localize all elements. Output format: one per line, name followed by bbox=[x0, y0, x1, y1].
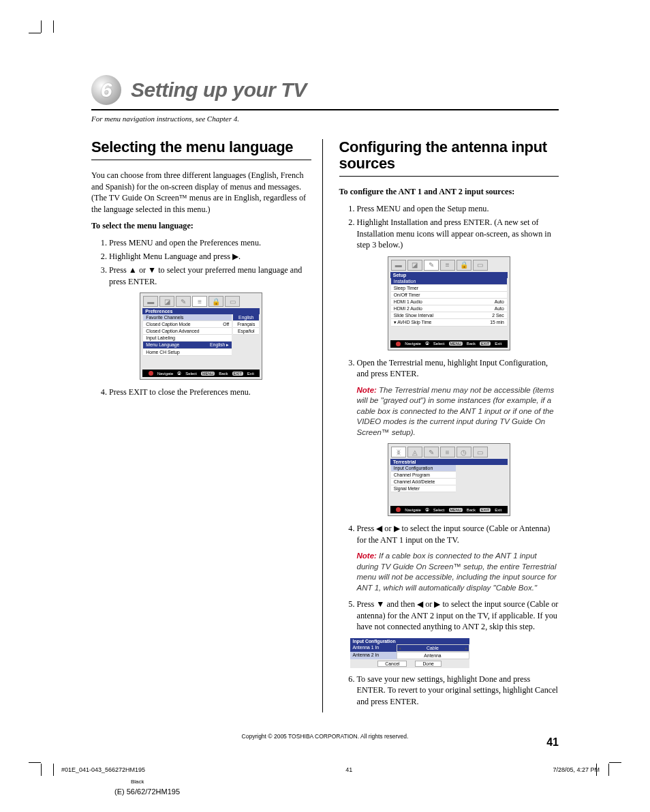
option-selected: English bbox=[233, 314, 259, 321]
steps-list-cont: To save your new settings, highlight Don… bbox=[339, 674, 559, 707]
tab-icon: ✎ bbox=[424, 447, 439, 457]
antenna-icon: ᛤ bbox=[391, 447, 406, 457]
menu-footer: Navigate ⦿Select MENUBack EXITExit bbox=[390, 340, 508, 348]
intro-paragraph: You can choose from three different lang… bbox=[91, 170, 311, 215]
footer-model: (E) 56/62/72HM195 bbox=[114, 787, 180, 796]
nav-dot-icon bbox=[396, 342, 401, 346]
menu-row: Home CH Setup bbox=[143, 349, 232, 356]
right-arrow-icon: ▶ bbox=[394, 523, 400, 534]
step-1: Press MENU and open the Setup menu. bbox=[357, 203, 559, 214]
footer-page: 41 bbox=[345, 766, 352, 773]
steps-list-cont: Press ▼ and then ◀ or ▶ to select the in… bbox=[339, 599, 559, 632]
footer-file: #01E_041-043_566272HM195 bbox=[61, 766, 145, 773]
steps-list: Press MENU and open the Preferences menu… bbox=[91, 237, 311, 288]
tab-icon: ▭ bbox=[473, 447, 488, 457]
down-arrow-icon: ▼ bbox=[148, 265, 156, 275]
menu-row: Closed Caption Advanced bbox=[143, 328, 232, 335]
tab-icon: ▬ bbox=[391, 260, 406, 271]
steps-list-cont: Press EXIT to close the Preferences menu… bbox=[91, 387, 311, 397]
right-arrow-icon: ▶ bbox=[434, 599, 440, 610]
footer-date: 7/28/05, 4:27 PM bbox=[553, 766, 600, 773]
menu-row: On/Off Timer bbox=[391, 292, 507, 299]
menu-row: Closed Caption ModeOff bbox=[143, 321, 232, 328]
chapter-number-badge: 6 bbox=[91, 75, 121, 105]
right-arrow-icon: ▶ bbox=[232, 251, 238, 262]
nav-dot-icon bbox=[149, 371, 153, 376]
terrestrial-menu-screenshot: ᛤ ◬ ✎ ≡ ◷ ▭ Terrestrial Input Configurat… bbox=[339, 443, 559, 516]
step-2: Highlight Installation and press ENTER. … bbox=[357, 217, 559, 250]
option: Español bbox=[233, 328, 259, 335]
cancel-button: Cancel bbox=[377, 661, 407, 667]
steps-list-cont: Press ◀ or ▶ to select the input source … bbox=[339, 523, 559, 545]
section-heading-antenna: Configuring the antenna input sources bbox=[339, 139, 559, 172]
tab-icon: ✎ bbox=[424, 260, 439, 271]
step-5: Press ▼ and then ◀ or ▶ to select the in… bbox=[357, 599, 559, 632]
left-arrow-icon: ◀ bbox=[376, 523, 382, 534]
menu-row: Sleep Timer bbox=[391, 285, 507, 292]
menu-title: Preferences bbox=[142, 308, 260, 314]
ic-title: Input Configuration bbox=[350, 638, 469, 644]
note-2: Note: If a cable box is connected to the… bbox=[357, 551, 559, 593]
menu-row: HDMI 2 AudioAuto bbox=[391, 305, 507, 312]
tab-icon: ≡ bbox=[192, 296, 207, 307]
tab-icon: ≡ bbox=[440, 447, 455, 457]
menu-row: ▾ AVHD Skip Time15 min bbox=[391, 319, 507, 327]
step-6: To save your new settings, highlight Don… bbox=[357, 674, 559, 707]
option: Français bbox=[233, 321, 259, 328]
menu-footer: Navigate ⦿Select MENUBack EXITExit bbox=[142, 370, 260, 377]
menu-row: Input Labeling bbox=[143, 335, 232, 342]
footer-meta: #01E_041-043_566272HM195 41 7/28/05, 4:2… bbox=[61, 766, 600, 773]
tab-icon: ◪ bbox=[159, 296, 174, 307]
tab-icon: ◪ bbox=[407, 260, 422, 271]
up-arrow-icon: ▲ bbox=[129, 265, 137, 275]
note-1: Note: The Terrestrial menu may not be ac… bbox=[357, 385, 559, 438]
menu-row: Signal Meter bbox=[391, 485, 456, 492]
lock-icon: 🔒 bbox=[208, 296, 223, 307]
tab-icon: ≡ bbox=[440, 260, 455, 271]
tab-icon: ▭ bbox=[473, 260, 488, 271]
tab-icon: ◷ bbox=[456, 447, 471, 457]
menu-row-selected: Installation bbox=[391, 278, 507, 285]
menu-row-selected: Menu LanguageEnglish ▸ bbox=[143, 342, 232, 349]
step-4: Press EXIT to close the Preferences menu… bbox=[109, 387, 311, 397]
menu-row: Slide Show Interval2 Sec bbox=[391, 312, 507, 319]
ic-row: Antenna 1 In ◂Cable▸ bbox=[350, 644, 469, 652]
step-1: Press MENU and open the Preferences menu… bbox=[109, 237, 311, 248]
down-arrow-icon: ▼ bbox=[376, 599, 384, 610]
menu-row: Channel Add/Delete bbox=[391, 479, 456, 485]
done-button: Done bbox=[415, 661, 441, 667]
menu-row: Input Configuration bbox=[391, 465, 456, 472]
steps-list-cont: Open the Terrestrial menu, highlight Inp… bbox=[339, 357, 559, 380]
menu-row: Favorite Channels bbox=[143, 314, 232, 321]
menu-title: Setup bbox=[390, 272, 508, 278]
left-column: Selecting the menu language You can choo… bbox=[91, 139, 311, 712]
preferences-menu-screenshot: ▬ ◪ ✎ ≡ 🔒 ▭ Preferences Favorite Channel… bbox=[91, 292, 311, 380]
step-3: Open the Terrestrial menu, highlight Inp… bbox=[357, 357, 559, 380]
setup-menu-screenshot: ▬ ◪ ✎ ≡ 🔒 ▭ Setup Installation Sleep Tim… bbox=[339, 256, 559, 350]
steps-list: Press MENU and open the Setup menu. High… bbox=[339, 203, 559, 251]
tab-icon: ▬ bbox=[143, 296, 158, 307]
left-arrow-icon: ◀ bbox=[417, 599, 423, 610]
menu-title: Terrestrial bbox=[390, 459, 508, 465]
tab-icon: ◬ bbox=[407, 447, 422, 457]
nav-dot-icon bbox=[396, 507, 401, 512]
chapter-header: 6 Setting up your TV bbox=[91, 75, 559, 110]
nav-note: For menu navigation instructions, see Ch… bbox=[91, 115, 559, 123]
menu-row: Channel Program bbox=[391, 472, 456, 479]
tab-icon: ▭ bbox=[225, 296, 240, 307]
menu-row: HDMI 1 AudioAuto bbox=[391, 299, 507, 305]
step-2: Highlight Menu Language and press ▶. bbox=[109, 251, 311, 262]
rule bbox=[91, 160, 311, 160]
rule bbox=[339, 176, 559, 177]
copyright: Copyright © 2005 TOSHIBA CORPORATION. Al… bbox=[91, 733, 559, 740]
chapter-title: Setting up your TV bbox=[131, 78, 307, 102]
step-3: Press ▲ or ▼ to select your preferred me… bbox=[109, 265, 311, 287]
lock-icon: 🔒 bbox=[456, 260, 471, 271]
subheading: To configure the ANT 1 and ANT 2 input s… bbox=[339, 186, 559, 197]
tab-icon: ✎ bbox=[176, 296, 191, 307]
step-4: Press ◀ or ▶ to select the input source … bbox=[357, 523, 559, 545]
section-heading-language: Selecting the menu language bbox=[91, 139, 311, 155]
menu-footer: Navigate ⦿Select MENUBack EXITExit bbox=[390, 506, 508, 513]
input-config-screenshot: Input Configuration Antenna 1 In ◂Cable▸… bbox=[350, 638, 469, 668]
subheading: To select the menu language: bbox=[91, 220, 311, 231]
